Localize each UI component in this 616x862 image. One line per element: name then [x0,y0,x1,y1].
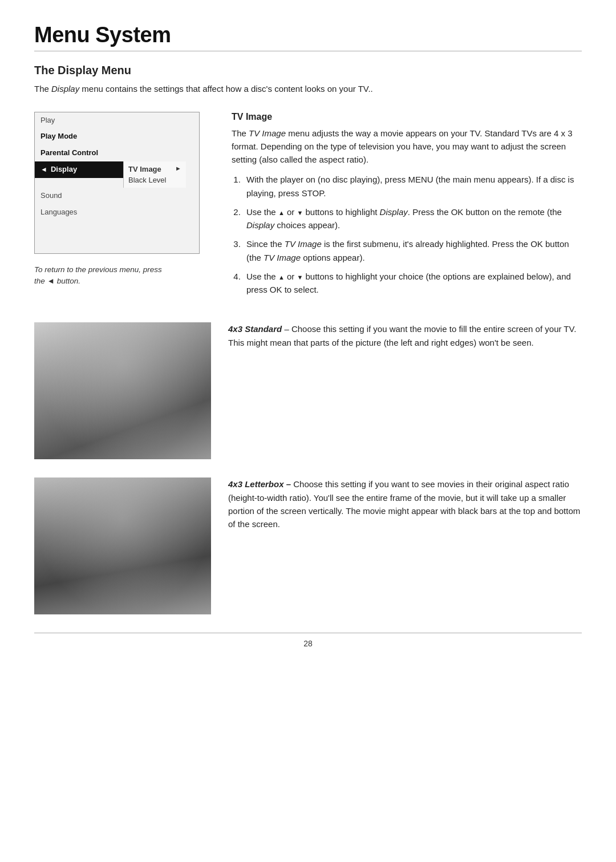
menu-box: Play Play Mode Parental Control ◄ Displa… [34,112,200,254]
letterbox-image [34,477,211,614]
page-footer: 28 [34,633,582,648]
section-title: The Display Menu [34,64,582,77]
step-2: Use the or buttons to highlight Display.… [243,205,582,232]
standard-image [34,322,211,459]
right-column: TV Image The TV Image menu adjusts the w… [232,112,582,306]
standard-section-row: 4x3 Standard – Choose this setting if yo… [34,322,582,459]
step-3: Since the TV Image is the first submenu,… [243,237,582,264]
title-divider [34,51,582,51]
submenu-arrow-right: ► [175,165,181,172]
menu-item-languages: Languages [35,204,199,221]
tv-image-body: The TV Image menu adjusts the way a movi… [232,127,582,167]
menu-item-sound: Sound [35,188,199,204]
menu-left-panel: ◄ Display [35,161,123,188]
menu-right-panel: TV Image ► Black Level [123,161,186,188]
menu-selected-row: ◄ Display TV Image ► Black Level [35,161,199,188]
step-4: Use the or buttons to highlight your cho… [243,270,582,297]
menu-item-playmode: Play Mode [35,128,199,145]
arrow-up-icon [278,207,285,217]
main-content-row: Play Play Mode Parental Control ◄ Displa… [34,112,582,306]
menu-item-spacer2 [35,237,199,253]
arrow-up-2-icon [278,272,285,281]
letterbox-section-row: 4x3 Letterbox – Choose this setting if y… [34,477,582,614]
menu-caption: To return to the previous menu, press th… [34,264,211,288]
menu-item-parental: Parental Control [35,145,199,161]
step-1: With the player on (no disc playing), pr… [243,173,582,200]
tv-image-heading: TV Image [232,112,582,122]
standard-description: 4x3 Standard – Choose this setting if yo… [228,322,582,349]
submenu-black-level: Black Level [128,175,181,185]
intro-text: The Display menu contains the settings t… [34,83,582,96]
submenu-tv-image: TV Image ► [128,164,181,175]
letterbox-description: 4x3 Letterbox – Choose this setting if y… [228,477,582,531]
menu-item-display: ◄ Display [35,161,123,178]
arrow-down-2-icon [297,272,303,281]
arrow-left-icon: ◄ [40,164,47,175]
page-number: 28 [303,639,313,648]
menu-item-spacer1 [35,220,199,237]
page-title: Menu System [34,23,582,47]
arrow-down-icon [297,207,303,217]
steps-list: With the player on (no disc playing), pr… [243,173,582,296]
menu-item-play: Play [35,112,199,129]
left-column: Play Play Mode Parental Control ◄ Displa… [34,112,211,306]
